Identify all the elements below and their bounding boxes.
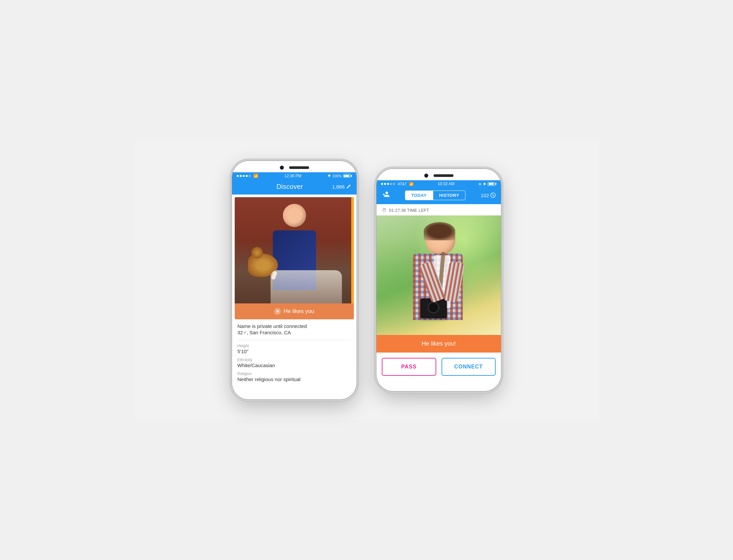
height-label: Height <box>237 344 351 348</box>
height-row: Height 5'10" <box>237 344 351 354</box>
religion-row: Religion Neither religious nor spiritual <box>237 371 351 382</box>
timer-bar: ⏱ 01:27:38 TIME LEFT <box>376 204 501 215</box>
bluetooth-icon-2: ✱ <box>483 182 486 186</box>
likes-banner-1: ♥ He likes you <box>235 303 354 319</box>
svg-line-1 <box>492 194 494 196</box>
profile-details-1: Name is private until connected 32♂, San… <box>232 319 357 389</box>
today-tab[interactable]: TODAY <box>405 191 433 200</box>
front-camera-2 <box>424 174 428 178</box>
settings-icon: ⊕ <box>478 182 481 186</box>
phone-top-notch-2 <box>376 169 501 180</box>
edit-icon-1 <box>346 184 351 189</box>
tab-bar-2: TODAY HISTORY 102 <box>376 188 501 204</box>
height-value: 5'10" <box>237 349 351 354</box>
speaker-grill-2 <box>434 174 453 177</box>
battery-percent-1: 100% <box>332 174 342 178</box>
history-tab[interactable]: HISTORY <box>433 191 465 200</box>
likes-banner-2: He likes you! <box>376 335 501 353</box>
battery-icon-2 <box>488 182 496 186</box>
phone-top-notch <box>232 161 357 172</box>
battery-icon-1 <box>343 174 352 178</box>
today-history-tabs: TODAY HISTORY <box>405 191 466 200</box>
ethnicity-value: White/Caucasian <box>237 362 351 368</box>
divider-1 <box>237 340 351 340</box>
phone-1: 📶 12:36 PM ✱ 100% Discover 1,886 <box>232 161 357 399</box>
discover-count: 1,886 <box>332 184 351 190</box>
profile-photo-2 <box>376 215 501 335</box>
heart-icon-1: ♥ <box>274 308 281 315</box>
profile-location-1: 32♂, San Francisco, CA <box>237 330 351 335</box>
profile-card-1: ♥ He likes you <box>235 197 354 319</box>
status-bar-2: AT&T 📶 10:32 AM ⊕ ✱ <box>376 180 501 188</box>
add-person-icon[interactable] <box>382 190 390 200</box>
profile-name-1: Name is private until connected <box>237 323 351 329</box>
status-time-2: 10:32 AM <box>438 182 454 186</box>
carrier-info: AT&T 📶 <box>381 182 414 186</box>
app-title-1: Discover <box>277 183 303 191</box>
phone-2: AT&T 📶 10:32 AM ⊕ ✱ <box>376 169 501 391</box>
front-camera <box>280 166 284 170</box>
ethnicity-row: Ethnicity White/Caucasian <box>237 358 351 368</box>
action-buttons: PASS CONNECT <box>376 353 501 381</box>
carrier-name: AT&T <box>398 182 407 186</box>
religion-label: Religion <box>237 371 351 376</box>
status-right-2: ⊕ ✱ <box>478 182 496 186</box>
likes-text-1: He likes you <box>284 308 314 315</box>
yellow-accent-strip <box>351 197 354 303</box>
coin-icon <box>490 193 496 198</box>
timer-text: 01:27:38 TIME LEFT <box>389 208 429 213</box>
status-time-1: 12:36 PM <box>285 174 301 178</box>
speaker-grill <box>289 166 309 169</box>
pass-button[interactable]: PASS <box>382 358 436 376</box>
coins-count: 102 <box>481 193 496 198</box>
bluetooth-icon-1: ✱ <box>328 174 331 178</box>
signal-dots <box>237 175 251 177</box>
profile-photo-bg-2 <box>376 215 501 335</box>
app-header-1: Discover 1,886 <box>232 180 357 195</box>
ethnicity-label: Ethnicity <box>237 358 351 362</box>
profile-photo-1 <box>235 197 354 303</box>
wifi-icon: 📶 <box>253 174 258 178</box>
status-bar-1: 📶 12:36 PM ✱ 100% <box>232 172 357 180</box>
clock-icon: ⏱ <box>382 207 386 213</box>
wifi-icon-2: 📶 <box>409 182 414 186</box>
religion-value: Neither religious nor spiritual <box>237 376 351 382</box>
profile-photo-bg-1 <box>235 197 354 303</box>
status-right-1: ✱ 100% <box>328 174 352 178</box>
connect-button[interactable]: CONNECT <box>442 358 496 376</box>
